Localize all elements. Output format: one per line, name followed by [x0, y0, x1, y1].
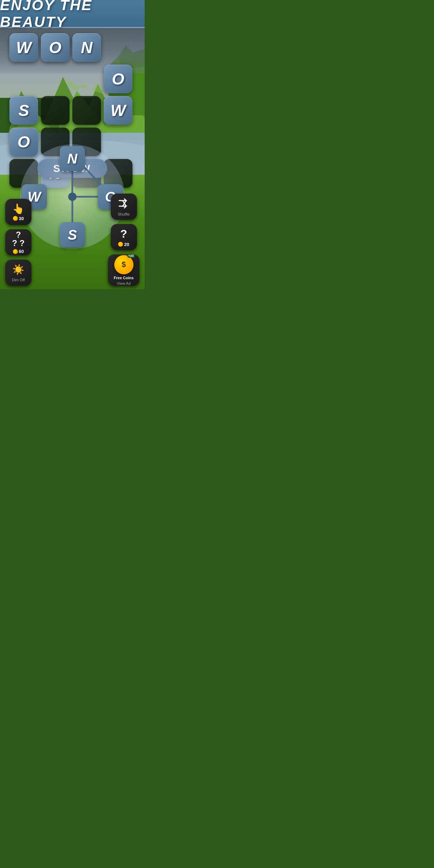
dim-button[interactable]: ☀️ Dim Off [5, 260, 31, 286]
right-button-group: Shuffle ? 20 $ +20 Free Coins View Ad [108, 194, 139, 286]
tile-1-0 [9, 65, 38, 93]
shuffle-icon [117, 197, 130, 210]
free-coins-button[interactable]: $ +20 Free Coins View Ad [108, 254, 139, 286]
tile-0-2[interactable]: N [72, 33, 101, 62]
hint-button[interactable]: 👆 30 [5, 199, 31, 225]
bottom-toolbar: 👆 30 ?? ? 60 ☀️ Dim Off Sh [0, 194, 145, 286]
left-button-group: 👆 30 ?? ? 60 ☀️ Dim Off [5, 199, 31, 286]
hint-right-cost: 20 [118, 242, 129, 247]
shuffle-button[interactable]: Shuffle [111, 194, 137, 220]
free-coins-circle: $ +20 [114, 255, 133, 274]
header: ENJOY THE BEAUTY [0, 0, 145, 28]
tile-1-3[interactable]: O [104, 65, 132, 93]
coin-icon-hint [13, 216, 18, 221]
free-coins-badge: +20 [127, 254, 135, 258]
tile-0-1[interactable]: O [41, 33, 70, 62]
tile-2-3[interactable]: W [104, 96, 132, 125]
hint-right-button[interactable]: ? 20 [111, 224, 137, 250]
coin-symbol: $ [122, 260, 126, 269]
dim-label: Dim Off [12, 278, 25, 282]
hint-cost: 30 [13, 216, 24, 221]
dim-icon: ☀️ [12, 264, 24, 275]
tile-1-1 [41, 65, 70, 93]
wheel-letter-n[interactable]: N [60, 146, 85, 171]
extra-cost: 60 [13, 249, 24, 254]
coin-icon-extra [13, 249, 18, 254]
shuffle-label: Shuffle [118, 212, 130, 216]
view-ad-label: View Ad [117, 281, 131, 285]
hint-icon: 👆 [12, 203, 24, 215]
tile-0-3 [104, 33, 132, 62]
extra-icon: ?? ? [12, 231, 25, 247]
tile-1-2 [72, 65, 101, 93]
free-coins-label: Free Coins [114, 276, 134, 280]
tile-2-1 [41, 96, 70, 125]
coin-icon-hint-right [118, 242, 123, 247]
tile-0-0[interactable]: W [9, 33, 38, 62]
tile-2-2 [72, 96, 101, 125]
hint-right-icon: ? [120, 227, 127, 240]
header-title: ENJOY THE BEAUTY [0, 0, 145, 30]
extra-button[interactable]: ?? ? 60 [5, 229, 31, 255]
tile-2-0[interactable]: S [9, 96, 38, 125]
